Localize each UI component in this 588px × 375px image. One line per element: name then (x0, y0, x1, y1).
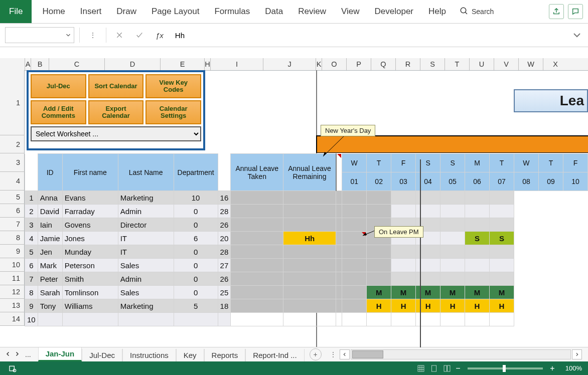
calendar-cell[interactable]: M (367, 286, 391, 299)
calendar-cell[interactable] (465, 272, 490, 286)
calendar-cell[interactable] (440, 313, 465, 326)
fx-label[interactable]: ƒx (152, 31, 168, 40)
panel-btn-jul-dec[interactable]: Jul-Dec (31, 74, 86, 98)
th-day-3[interactable]: S (416, 154, 440, 172)
calendar-cell[interactable] (336, 259, 342, 272)
calendar-cell[interactable] (283, 272, 336, 286)
ribbon-tab-home[interactable]: Home (35, 0, 72, 23)
calendar-cell[interactable] (490, 205, 514, 218)
zoom-level[interactable]: 100% (557, 364, 582, 372)
panel-btn-comments[interactable]: Add / Edit Comments (31, 100, 86, 124)
view-page-break-button[interactable] (443, 364, 451, 372)
panel-btn-export[interactable]: Export Calendar (88, 100, 144, 124)
calendar-cell[interactable] (342, 245, 367, 259)
tab-nav-prev[interactable] (5, 350, 11, 358)
calendar-cell[interactable] (465, 245, 490, 259)
cell[interactable]: 1 (25, 191, 38, 205)
hscroll-left-button[interactable] (340, 349, 350, 359)
cell[interactable]: Sarah (38, 286, 62, 299)
calendar-cell[interactable] (490, 259, 514, 272)
fbar-cancel-button[interactable] (111, 28, 127, 43)
tabs-overflow-label[interactable]: ... (23, 350, 33, 358)
col-header-i[interactable]: I (210, 58, 263, 70)
calendar-cell[interactable]: H (367, 299, 391, 313)
calendar-cell[interactable] (490, 218, 514, 232)
hscroll-track[interactable] (351, 349, 571, 359)
calendar-cell[interactable] (342, 286, 367, 299)
col-header-c[interactable]: C (49, 58, 104, 70)
col-header-r[interactable]: R (395, 58, 420, 70)
row-header-13[interactable]: 13 (0, 299, 25, 312)
calendar-cell[interactable] (336, 313, 342, 326)
row-header-14[interactable]: 14 (0, 312, 25, 326)
calendar-cell[interactable] (283, 286, 336, 299)
row-header-3[interactable]: 3 (0, 153, 25, 172)
cell[interactable]: 26 (218, 218, 231, 232)
calendar-cell[interactable]: S (465, 232, 490, 245)
col-header-e[interactable]: E (160, 58, 204, 70)
calendar-cell[interactable] (231, 272, 283, 286)
th-last[interactable]: Last Name (118, 154, 174, 191)
calendar-cell[interactable] (416, 313, 440, 326)
worksheet-select[interactable]: Select Worksheet ... (31, 126, 201, 141)
th-id[interactable]: ID (38, 154, 62, 191)
search-box[interactable]: Search (454, 7, 500, 17)
hscroll-thumb[interactable] (352, 350, 383, 358)
cell[interactable]: Iain (38, 218, 62, 232)
th-day-2[interactable]: F (391, 154, 416, 172)
calendar-cell[interactable]: H (391, 299, 416, 313)
cell[interactable]: Evans (62, 191, 118, 205)
ribbon-tab-review[interactable]: Review (290, 0, 334, 23)
calendar-cell[interactable] (231, 259, 283, 272)
ribbon-tab-help[interactable]: Help (421, 0, 454, 23)
tab-nav-next[interactable] (14, 350, 20, 358)
cell[interactable]: Jamie (38, 232, 62, 245)
cell[interactable]: 6 (174, 232, 218, 245)
cell[interactable]: Jones (62, 232, 118, 245)
cell[interactable]: 4 (25, 232, 38, 245)
cell[interactable]: David (38, 205, 62, 218)
cell[interactable]: Admin (118, 272, 174, 286)
calendar-cell[interactable] (367, 259, 391, 272)
row-header-10[interactable]: 10 (0, 258, 25, 272)
calendar-cell[interactable] (231, 218, 283, 232)
cell[interactable]: 28 (218, 245, 231, 259)
calendar-cell[interactable] (283, 299, 336, 313)
cell[interactable]: 27 (218, 259, 231, 272)
row-header-7[interactable]: 7 (0, 218, 25, 231)
zoom-in-button[interactable]: + (548, 364, 557, 373)
sheet-tab[interactable]: Instructions (122, 349, 176, 361)
view-page-layout-button[interactable] (430, 364, 438, 372)
cell[interactable]: 5 (25, 245, 38, 259)
calendar-cell[interactable] (416, 191, 440, 205)
panel-btn-settings[interactable]: Calendar Settings (145, 100, 201, 124)
view-normal-button[interactable] (417, 364, 425, 372)
th-taken[interactable]: Annual Leave Taken (231, 154, 283, 191)
calendar-cell[interactable] (336, 286, 342, 299)
calendar-cell[interactable] (342, 313, 367, 326)
th-dept[interactable]: Department (174, 154, 218, 191)
calendar-cell[interactable] (231, 191, 283, 205)
calendar-cell[interactable]: H (416, 299, 440, 313)
calendar-cell[interactable] (231, 245, 283, 259)
calendar-cell[interactable] (465, 259, 490, 272)
calendar-cell[interactable]: M (416, 286, 440, 299)
calendar-cell[interactable] (416, 205, 440, 218)
col-header-k[interactable]: K (316, 58, 322, 70)
calendar-cell[interactable] (367, 313, 391, 326)
col-header-q[interactable]: Q (371, 58, 395, 70)
cell[interactable]: Peter (38, 272, 62, 286)
cell[interactable]: 0 (174, 205, 218, 218)
col-header-p[interactable]: P (346, 58, 371, 70)
calendar-cell[interactable] (416, 259, 440, 272)
cell[interactable]: Sales (118, 286, 174, 299)
cell[interactable]: Admin (118, 205, 174, 218)
calendar-cell[interactable] (336, 299, 342, 313)
calendar-cell[interactable]: Hh (283, 232, 336, 245)
ribbon-tab-developer[interactable]: Developer (367, 0, 421, 23)
row-header-8[interactable]: 8 (0, 231, 25, 245)
cell[interactable]: 9 (25, 299, 38, 313)
row-header-9[interactable]: 9 (0, 245, 25, 258)
cell[interactable]: 7 (25, 272, 38, 286)
calendar-cell[interactable] (231, 299, 283, 313)
